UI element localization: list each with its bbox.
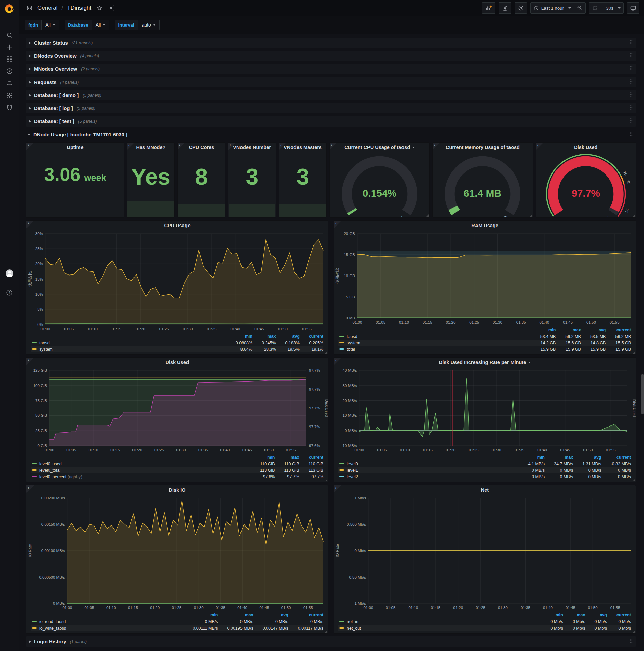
legend-series-toggle[interactable]: io_write_taosd: [31, 625, 183, 631]
legend-column-header[interactable]: min: [183, 612, 218, 618]
create-plus-icon[interactable]: [3, 41, 16, 53]
panel-info-icon[interactable]: i: [27, 358, 34, 365]
legend-column-header[interactable]: min: [226, 333, 252, 340]
variable-select-fqdn[interactable]: All: [41, 20, 59, 30]
panel-resize-handle[interactable]: [325, 630, 327, 632]
panel-info-icon[interactable]: i: [178, 143, 185, 150]
dashboard-row-header[interactable]: Login History(1 panel): [26, 636, 636, 647]
panel-title[interactable]: Current CPU Usage of taosd: [330, 143, 429, 152]
row-title[interactable]: Requests: [34, 79, 57, 85]
legend-series-toggle[interactable]: taosd: [338, 333, 531, 340]
panel-title[interactable]: Net: [334, 485, 636, 495]
panel-title[interactable]: Current Memory Usage of taosd: [433, 143, 532, 152]
chart-plot-area[interactable]: 0 MB5 GB10 GB15 GB20 GB01:0001:0501:1001…: [334, 230, 636, 326]
chart-plot-area[interactable]: 0 MB/s0.000500 MB/s0.00100 MB/s0.00150 M…: [27, 495, 328, 611]
dashboard-row-header[interactable]: Requests(4 panels): [26, 77, 636, 87]
chart-plot-area[interactable]: 0 GiB25 GiB50 GiB75 GiB100 GiB125 GiB01:…: [27, 367, 328, 454]
legend-column-header[interactable]: current: [607, 612, 631, 618]
row-drag-handle[interactable]: [630, 105, 633, 112]
row-title[interactable]: Database: [ demo ]: [34, 92, 79, 98]
panel-info-icon[interactable]: i: [334, 358, 342, 365]
panel-info-icon[interactable]: i: [228, 143, 236, 150]
legend-column-header[interactable]: avg: [585, 612, 607, 618]
panel-info-icon[interactable]: i: [433, 143, 440, 150]
dashboard-row-header[interactable]: Cluster Status(21 panels): [26, 38, 636, 48]
time-range-picker[interactable]: Last 1 hour: [530, 3, 574, 13]
legend-column-header[interactable]: current: [602, 454, 631, 461]
configuration-gear-icon[interactable]: [3, 89, 16, 101]
legend-column-header[interactable]: max: [563, 612, 585, 618]
row-title[interactable]: DNode Usage [ huolinhe-TM1701:6030 ]: [33, 131, 127, 137]
row-drag-handle[interactable]: [630, 131, 633, 137]
panel-info-icon[interactable]: i: [27, 485, 34, 493]
legend-series-toggle[interactable]: system: [338, 340, 531, 346]
dashboard-row-header[interactable]: DNode Usage [ huolinhe-TM1701:6030 ]: [26, 129, 636, 140]
legend-column-header[interactable]: max: [545, 454, 573, 461]
panel-info-icon[interactable]: i: [279, 143, 286, 150]
row-title[interactable]: DNodes Overview: [34, 53, 77, 59]
grafana-logo-icon[interactable]: [3, 3, 16, 15]
cycle-view-mode-button[interactable]: [627, 2, 639, 14]
page-scrollbar[interactable]: [641, 374, 644, 414]
row-title[interactable]: MNodes Overview: [34, 66, 77, 72]
panel-title[interactable]: Disk IO: [27, 485, 328, 495]
row-drag-handle[interactable]: [630, 79, 633, 85]
panel-info-icon[interactable]: i: [330, 143, 337, 150]
refresh-interval-select[interactable]: 30s: [601, 3, 623, 13]
panel-resize-handle[interactable]: [633, 479, 635, 481]
panel-resize-handle[interactable]: [426, 214, 429, 217]
legend-column-header[interactable]: min: [531, 327, 556, 333]
chart-plot-area[interactable]: -10 MB/s0 MB/s10 MB/s20 MB/s30 MB/s40 MB…: [334, 367, 636, 454]
legend-series-toggle[interactable]: level0_percent (right-y): [31, 473, 251, 480]
add-panel-button[interactable]: [482, 2, 495, 14]
row-title[interactable]: Database: [ test ]: [34, 119, 74, 124]
panel-info-icon[interactable]: i: [334, 221, 342, 228]
row-drag-handle[interactable]: [630, 66, 633, 72]
dashboard-title[interactable]: TDinsight: [67, 5, 91, 11]
alerting-bell-icon[interactable]: [3, 77, 16, 89]
row-title[interactable]: Login History: [34, 639, 66, 644]
row-drag-handle[interactable]: [630, 638, 633, 645]
star-icon[interactable]: [95, 5, 104, 11]
row-title[interactable]: Database: [ log ]: [34, 105, 73, 111]
refresh-button[interactable]: [589, 3, 601, 13]
chart-plot-area[interactable]: -1 Mb/s-0.50 Mb/s0 Mb/s0.500 Mb/s1 Mb/s0…: [334, 495, 636, 611]
variable-select-interval[interactable]: auto: [137, 20, 159, 30]
legend-column-header[interactable]: min: [541, 612, 563, 618]
legend-column-header[interactable]: max: [218, 612, 253, 618]
panel-resize-handle[interactable]: [633, 630, 635, 632]
row-drag-handle[interactable]: [630, 92, 633, 98]
dashboard-row-header[interactable]: DNodes Overview(4 panels): [26, 51, 636, 61]
legend-series-toggle[interactable]: level1: [338, 467, 518, 473]
dashboard-settings-button[interactable]: [515, 2, 527, 14]
user-avatar[interactable]: [3, 267, 16, 279]
legend-series-toggle[interactable]: level0_used: [31, 461, 251, 467]
legend-series-toggle[interactable]: net_out: [338, 625, 541, 631]
panel-info-icon[interactable]: i: [536, 143, 543, 150]
panel-info-icon[interactable]: i: [334, 485, 342, 493]
legend-column-header[interactable]: avg: [581, 327, 606, 333]
panel-info-icon[interactable]: i: [27, 143, 34, 150]
dashboard-row-header[interactable]: Database: [ log ](5 panels): [26, 103, 636, 114]
panel-title[interactable]: Uptime: [27, 143, 124, 152]
legend-column-header[interactable]: max: [252, 333, 276, 340]
legend-series-toggle[interactable]: level2: [338, 473, 518, 480]
row-drag-handle[interactable]: [630, 118, 633, 124]
zoom-out-button[interactable]: [574, 3, 585, 13]
legend-column-header[interactable]: max: [556, 327, 581, 333]
panel-resize-handle[interactable]: [633, 351, 635, 354]
legend-column-header[interactable]: avg: [276, 333, 299, 340]
legend-column-header[interactable]: current: [288, 612, 323, 618]
explore-compass-icon[interactable]: [3, 65, 16, 77]
row-drag-handle[interactable]: [630, 53, 633, 59]
legend-column-header[interactable]: current: [606, 327, 631, 333]
legend-column-header[interactable]: current: [299, 333, 323, 340]
legend-series-toggle[interactable]: level0_total: [31, 467, 251, 473]
share-icon[interactable]: [107, 5, 117, 11]
legend-column-header[interactable]: min: [518, 454, 545, 461]
dashboard-row-header[interactable]: Database: [ test ](5 panels): [26, 116, 636, 126]
legend-column-header[interactable]: avg: [573, 454, 601, 461]
legend-column-header[interactable]: current: [299, 454, 323, 461]
legend-series-toggle[interactable]: level0: [338, 461, 518, 467]
legend-series-toggle[interactable]: io_read_taosd: [31, 618, 183, 625]
